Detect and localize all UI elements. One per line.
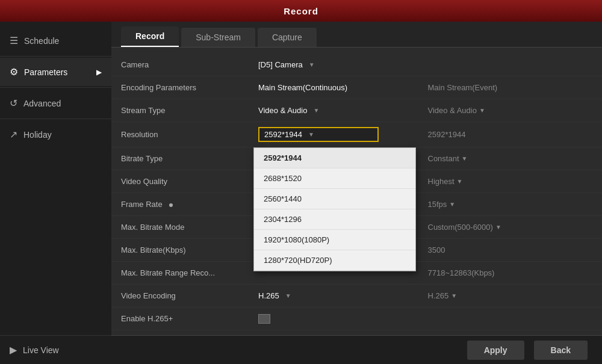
sidebar-item-advanced[interactable]: ↺ Advanced [0, 89, 111, 117]
row-encoding: Encoding Parameters Main Stream(Continuo… [111, 76, 602, 99]
value2-bitratetype: Constant ▼ [423, 152, 593, 165]
advanced-icon: ↺ [10, 97, 17, 109]
label-maxbitratemode: Max. Bitrate Mode [121, 223, 253, 232]
value2-maxbitratemode: Custom(500-6000) ▼ [423, 220, 593, 234]
sidebar-divider-2 [0, 87, 111, 88]
sidebar-bottom: ▶ Live View [0, 335, 111, 364]
label-enableh265: Enable H.265+ [121, 314, 253, 323]
value2-encoding: Main Stream(Event) [423, 81, 593, 94]
videoencoding-dropdown-arrow: ▼ [285, 292, 291, 299]
value-encoding: Main Stream(Continuous) [253, 81, 423, 94]
resolution-dropdown-menu: 2592*1944 2688*1520 2560*1440 2304*1296 … [253, 147, 416, 271]
row-streamtype: Stream Type Video & Audio ▼ Video & Audi… [111, 99, 602, 122]
label-resolution: Resolution [121, 130, 253, 139]
videoquality-dropdown-arrow: ▼ [457, 178, 463, 185]
dropdown-item-1[interactable]: 2688*1520 [254, 168, 415, 189]
sidebar: ☰ Schedule ⚙ Parameters ▶ ↺ Advanced ↗ H… [0, 22, 111, 364]
value2-enableh265 [423, 316, 593, 321]
label-maxbitrate: Max. Bitrate(Kbps) [121, 245, 253, 254]
row-videoencoding: Video Encoding H.265 ▼ H.265 ▼ [111, 285, 602, 307]
value-camera: [D5] Camera ▼ [253, 58, 423, 72]
value2-framerate: 15fps ▼ [423, 197, 593, 211]
framerate-dropdown-arrow: ▼ [449, 201, 455, 208]
resolution-dropdown-box[interactable]: 2592*1944 ▼ [258, 127, 379, 142]
value-streamtype[interactable]: Video & Audio ▼ [253, 103, 423, 117]
label-videoquality: Video Quality [121, 177, 253, 186]
enableh265-checkbox[interactable] [258, 314, 270, 324]
value2-camera [423, 63, 593, 67]
sidebar-item-schedule[interactable]: ☰ Schedule [0, 26, 111, 55]
value2-videoencoding: H.265 ▼ [423, 289, 593, 303]
videoencoding2-dropdown-arrow: ▼ [451, 292, 457, 299]
content-area: Camera [D5] Camera ▼ Encoding Parameters… [111, 48, 602, 335]
value2-resolution: 2592*1944 [423, 128, 593, 141]
tab-capture[interactable]: Capture [258, 28, 317, 47]
sidebar-label-advanced: Advanced [23, 99, 61, 108]
resolution-dropdown-arrow: ▼ [308, 131, 314, 138]
value-videoencoding[interactable]: H.265 ▼ [253, 289, 423, 303]
dropdown-item-3[interactable]: 2304*1296 [254, 209, 415, 230]
resolution-wrapper: Resolution 2592*1944 ▼ 2592*1944 2592*19… [111, 122, 602, 147]
value-enableh265 [253, 312, 423, 326]
liveview-icon: ▶ [10, 344, 17, 356]
label-bitratetype: Bitrate Type [121, 154, 253, 163]
more-setting-link[interactable]: More Setting... [111, 330, 602, 335]
schedule-icon: ☰ [10, 35, 18, 46]
row-enableh265: Enable H.265+ [111, 307, 602, 330]
dropdown-item-0[interactable]: 2592*1944 [254, 148, 415, 168]
sidebar-label-parameters: Parameters [24, 67, 67, 77]
dropdown-item-5[interactable]: 1280*720(HD720P) [254, 250, 415, 271]
label-framerate: Frame Rate [121, 200, 253, 209]
value-resolution[interactable]: 2592*1944 ▼ [253, 125, 423, 144]
camera-dropdown-arrow: ▼ [309, 61, 315, 68]
parameters-icon: ⚙ [10, 66, 18, 78]
chevron-right-icon: ▶ [96, 68, 102, 76]
tab-substream[interactable]: Sub-Stream [181, 28, 255, 47]
sidebar-label-liveview: Live View [23, 345, 59, 355]
bottom-bar: Apply Back [111, 335, 602, 364]
sidebar-label-holiday: Holiday [23, 130, 52, 140]
value2-streamtype: Video & Audio ▼ [423, 103, 593, 117]
title-text: Record [284, 6, 318, 16]
dropdown-item-2[interactable]: 2560*1440 [254, 189, 415, 209]
framerate-bullet [169, 203, 173, 207]
title-bar: Record [0, 0, 602, 22]
main-area: Record Sub-Stream Capture Camera [D5] Ca… [111, 22, 602, 364]
label-camera: Camera [121, 60, 253, 69]
holiday-icon: ↗ [10, 129, 17, 140]
sidebar-divider-3 [0, 119, 111, 119]
value2-maxbitrate: 3500 [423, 243, 593, 257]
sidebar-item-liveview[interactable]: ▶ Live View [0, 336, 111, 364]
row-resolution: Resolution 2592*1944 ▼ 2592*1944 [111, 122, 602, 147]
value2-videoquality: Highest ▼ [423, 174, 593, 188]
apply-button[interactable]: Apply [467, 341, 524, 360]
maxbitratemode-dropdown-arrow: ▼ [495, 224, 501, 230]
back-button[interactable]: Back [534, 341, 588, 360]
streamtype-dropdown-arrow: ▼ [313, 107, 319, 114]
bitratetype-dropdown-arrow: ▼ [462, 155, 468, 162]
row-camera: Camera [D5] Camera ▼ [111, 54, 602, 76]
dropdown-item-4[interactable]: 1920*1080(1080P) [254, 230, 415, 250]
tabs-bar: Record Sub-Stream Capture [111, 22, 602, 48]
label-maxbitraterange: Max. Bitrate Range Reco... [121, 268, 253, 277]
sidebar-item-holiday[interactable]: ↗ Holiday [0, 120, 111, 149]
label-encoding: Encoding Parameters [121, 83, 253, 92]
label-videoencoding: Video Encoding [121, 291, 253, 300]
sidebar-divider-1 [0, 56, 111, 57]
tab-record[interactable]: Record [121, 26, 179, 47]
label-streamtype: Stream Type [121, 106, 253, 115]
sidebar-label-schedule: Schedule [24, 36, 59, 46]
sidebar-item-parameters[interactable]: ⚙ Parameters ▶ [0, 58, 111, 86]
streamtype2-dropdown-arrow: ▼ [479, 107, 485, 114]
value2-maxbitraterange: 7718~12863(Kbps) [423, 266, 593, 280]
